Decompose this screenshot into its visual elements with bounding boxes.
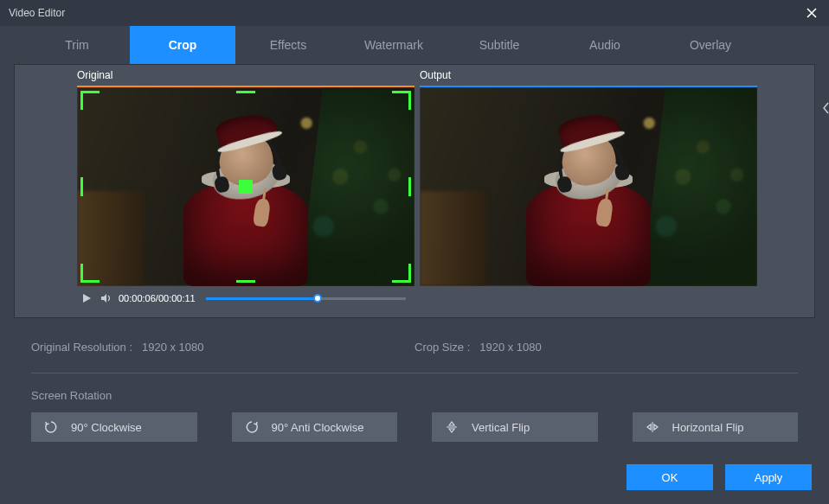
tab-label: Trim	[65, 38, 88, 52]
apply-button[interactable]: Apply	[725, 464, 812, 490]
time-total: 00:00:11	[158, 293, 196, 303]
time-current: 00:00:06	[119, 293, 156, 303]
tab-label: Watermark	[364, 38, 423, 52]
tab-label: Audio	[589, 38, 620, 52]
crop-size-label: Crop Size :	[414, 341, 470, 354]
rotate-ccw-label: 90° Anti Clockwise	[272, 421, 364, 434]
crop-size-value: 1920 x 1080	[479, 341, 542, 354]
screen-rotation-label: Screen Rotation	[31, 389, 815, 402]
tab-audio[interactable]: Audio	[552, 26, 658, 64]
tab-effects[interactable]: Effects	[235, 26, 341, 64]
horizontal-flip-icon	[645, 419, 660, 435]
close-icon[interactable]	[803, 4, 820, 22]
tab-label: Subtitle	[479, 38, 520, 52]
footer-buttons: OK Apply	[627, 464, 812, 490]
seek-fill	[206, 297, 318, 300]
preview-output: Output	[420, 65, 757, 310]
tab-label: Overlay	[690, 38, 731, 52]
divider	[31, 373, 798, 373]
info-row: Original Resolution : 1920 x 1080 Crop S…	[31, 341, 798, 354]
titlebar: Video Editor	[0, 0, 829, 26]
rotate-ccw-button[interactable]: 90° Anti Clockwise	[232, 412, 398, 442]
ok-button[interactable]: OK	[627, 464, 713, 490]
time-display: 00:00:06/00:00:11	[119, 293, 196, 303]
vertical-flip-button[interactable]: Vertical Flip	[432, 412, 598, 442]
preview-output-label: Output	[420, 65, 757, 86]
original-res-label: Original Resolution :	[31, 341, 132, 354]
seek-bar[interactable]	[206, 297, 406, 300]
vertical-flip-label: Vertical Flip	[472, 421, 530, 434]
volume-icon[interactable]	[100, 292, 112, 304]
tab-watermark[interactable]: Watermark	[341, 26, 447, 64]
playbar: 00:00:06/00:00:11	[77, 286, 414, 310]
tab-label: Effects	[270, 38, 307, 52]
tab-subtitle[interactable]: Subtitle	[447, 26, 552, 64]
side-collapse-handle[interactable]	[822, 86, 829, 130]
seek-thumb[interactable]	[313, 294, 322, 303]
preview-original: Original	[77, 65, 414, 310]
preview-original-label: Original	[77, 65, 414, 86]
rotate-cw-button[interactable]: 90° Clockwise	[31, 412, 197, 442]
horizontal-flip-button[interactable]: Horizontal Flip	[633, 412, 799, 442]
tab-bar: Trim Crop Effects Watermark Subtitle Aud…	[0, 26, 829, 64]
original-res-value: 1920 x 1080	[142, 341, 204, 354]
rotate-cw-icon	[43, 419, 59, 435]
rotation-buttons: 90° Clockwise 90° Anti Clockwise Vertica…	[14, 412, 815, 442]
video-editor-window: Video Editor Trim Crop Effects Watermark…	[0, 0, 829, 504]
horizontal-flip-label: Horizontal Flip	[672, 421, 744, 434]
preview-panel: Original	[14, 64, 815, 318]
rotate-cw-label: 90° Clockwise	[71, 421, 142, 434]
original-frame[interactable]	[77, 86, 414, 286]
apply-label: Apply	[755, 471, 783, 484]
vertical-flip-icon	[444, 419, 459, 435]
window-title: Video Editor	[9, 7, 65, 19]
tab-label: Crop	[169, 38, 197, 52]
play-icon[interactable]	[80, 292, 93, 304]
tab-trim[interactable]: Trim	[24, 26, 130, 64]
tab-overlay[interactable]: Overlay	[658, 26, 763, 64]
tab-crop[interactable]: Crop	[130, 26, 235, 64]
output-frame	[420, 86, 757, 286]
ok-label: OK	[662, 471, 678, 484]
rotate-ccw-icon	[244, 419, 260, 435]
